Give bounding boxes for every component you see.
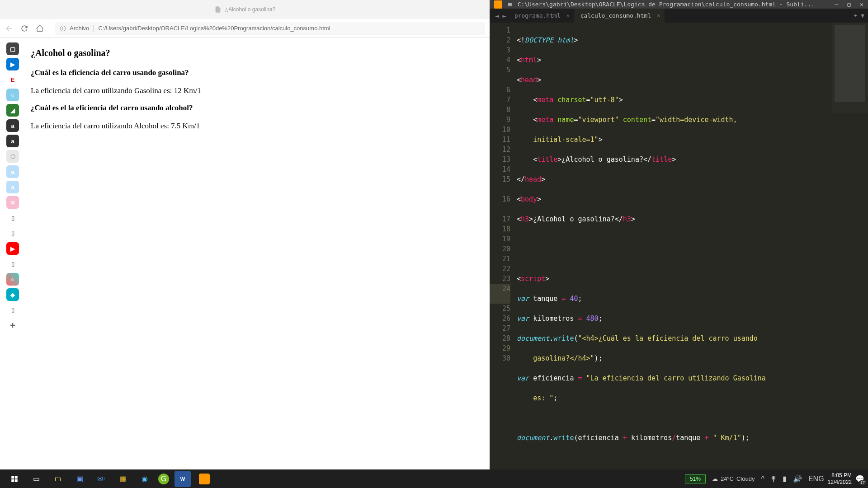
store-icon[interactable]: ▣	[71, 471, 88, 487]
weather-widget[interactable]: ☁ 24°C Cloudy	[712, 475, 755, 482]
sidebar-item[interactable]: E	[6, 73, 19, 86]
editor[interactable]: 12345 6789101112131415 16 17181920212223…	[490, 23, 868, 488]
sidebar-item[interactable]: a	[6, 135, 19, 147]
task-view-icon[interactable]: ▭	[28, 471, 44, 487]
tab-bar: ◄ ► programa.html× calculo_consumo.html×…	[490, 9, 868, 23]
window-title: C:\Users\gabri\Desktop\ORACLE\Logica de …	[518, 1, 830, 8]
sidebar-item[interactable]: ✕	[6, 196, 19, 209]
sidebar-item[interactable]: ▶	[6, 58, 19, 70]
tab-dropdown-icon[interactable]: ▼	[861, 12, 864, 19]
home-button[interactable]	[35, 24, 44, 33]
page-subheading: ¿Cuál es el la eficiencia del carro usan…	[31, 103, 484, 113]
wifi-icon[interactable]: ⚵	[771, 474, 776, 483]
browser-tab-title: ¿Alcohol o gasolina?	[225, 6, 275, 13]
url-scheme: Archivo	[70, 25, 89, 32]
sidebar-add[interactable]: +	[6, 319, 19, 332]
page-heading: ¿Alcohol o gasolina?	[31, 48, 484, 58]
battery-indicator[interactable]: 51%	[685, 474, 706, 483]
url-path: C:/Users/gabri/Desktop/ORACLE/Logica%20d…	[99, 25, 330, 32]
sidebar-item[interactable]: a	[6, 119, 19, 132]
line-gutter: 12345 6789101112131415 16 17181920212223…	[490, 23, 515, 488]
gog-icon[interactable]: G	[158, 474, 169, 484]
sidebar-item[interactable]: a	[6, 181, 19, 193]
sidebar-item[interactable]: ▯	[6, 211, 19, 224]
sidebar-item[interactable]: ◢	[6, 104, 19, 117]
page-subheading: ¿Cuál es la eficiencia del carro usando …	[31, 68, 484, 77]
sidebar-item[interactable]: ▯	[6, 304, 19, 316]
browser-titlebar: ¿Alcohol o gasolina?	[0, 0, 490, 19]
browser-toolbar: Archivo | C:/Users/gabri/Desktop/ORACLE/…	[0, 19, 490, 38]
battery-icon[interactable]: ▮	[783, 474, 787, 483]
browser-window: ¿Alcohol o gasolina? Archivo | C:/Users/…	[0, 0, 490, 469]
sidebar-item[interactable]: ○	[6, 89, 19, 101]
notes-icon[interactable]: ▦	[115, 471, 131, 487]
sublime-titlebar: ≡ C:\Users\gabri\Desktop\ORACLE\Logica d…	[490, 0, 868, 9]
sublime-taskbar-icon[interactable]	[199, 474, 210, 484]
sidebar-item[interactable]: ◈	[6, 288, 19, 301]
sidebar-item[interactable]: ▯	[6, 227, 19, 239]
language-indicator[interactable]: ENG	[808, 475, 824, 483]
minimize-button[interactable]: —	[835, 1, 839, 8]
back-button[interactable]	[5, 24, 14, 33]
page-text: La eficiencia del carro utilizando Alcoh…	[31, 122, 484, 131]
file-explorer-icon[interactable]: 🗀	[50, 471, 66, 487]
start-button[interactable]	[6, 471, 23, 487]
sidebar-item[interactable]: ▢	[6, 42, 19, 55]
sublime-logo-icon	[494, 0, 502, 9]
sidebar-item[interactable]: ▯	[6, 258, 19, 270]
address-bar[interactable]: Archivo | C:/Users/gabri/Desktop/ORACLE/…	[55, 22, 485, 35]
new-tab-icon[interactable]: +	[854, 12, 857, 19]
browser-sidebar: ▢ ▶ E ○ ◢ a a ⬡ a a ✕ ▯ ▯ ▶ ▯ ○ ◈ ▯ +	[0, 38, 25, 469]
taskbar: ▭ 🗀 ▣ ✉7 ▦ ◉ G W 51% ☁ 24°C Cloudy ^ ⚵ ▮…	[0, 469, 868, 488]
tab-calculo[interactable]: calculo_consumo.html×	[574, 9, 665, 23]
refresh-button[interactable]	[20, 24, 29, 33]
sidebar-item[interactable]: ▶	[6, 242, 19, 255]
browser-body: ▢ ▶ E ○ ◢ a a ⬡ a a ✕ ▯ ▯ ▶ ▯ ○ ◈ ▯ + ¿A…	[0, 38, 490, 469]
volume-icon[interactable]: 🔊	[793, 474, 802, 483]
tab-close-icon[interactable]: ×	[566, 13, 570, 19]
word-icon[interactable]: W	[175, 471, 191, 487]
tab-close-icon[interactable]: ×	[657, 13, 660, 19]
close-button[interactable]: ✕	[860, 1, 863, 8]
menu-icon[interactable]: ≡	[508, 0, 512, 9]
sidebar-item[interactable]: ○	[6, 273, 19, 286]
page-icon	[214, 6, 222, 13]
sidebar-item[interactable]: ⬡	[6, 150, 19, 163]
minimap[interactable]	[832, 23, 868, 113]
system-tray: ^ ⚵ ▮ 🔊 ENG	[761, 474, 824, 483]
tab-programa[interactable]: programa.html×	[508, 9, 574, 23]
edge-icon[interactable]: ◉	[137, 471, 153, 487]
code-area[interactable]: <!DOCTYPE html> <html> <head> <meta char…	[515, 23, 868, 488]
notifications-icon[interactable]: 💬17	[855, 474, 864, 483]
page-content: ¿Alcohol o gasolina? ¿Cuál es la eficien…	[25, 38, 490, 469]
sidebar-item[interactable]: a	[6, 165, 19, 178]
clock[interactable]: 8:05 PM 12/4/2022	[828, 472, 852, 486]
info-icon	[60, 25, 66, 32]
tab-prev-icon[interactable]: ◄	[493, 12, 500, 19]
mail-icon[interactable]: ✉7	[93, 471, 109, 487]
sublime-window: ≡ C:\Users\gabri\Desktop\ORACLE\Logica d…	[490, 0, 868, 469]
tab-next-icon[interactable]: ►	[500, 12, 508, 19]
page-text: La eficiencia del carro utilizando Gasol…	[31, 86, 484, 95]
weather-icon: ☁	[712, 475, 718, 482]
maximize-button[interactable]: ▢	[847, 1, 851, 8]
tray-chevron-icon[interactable]: ^	[761, 475, 764, 483]
url-separator: |	[93, 24, 94, 33]
